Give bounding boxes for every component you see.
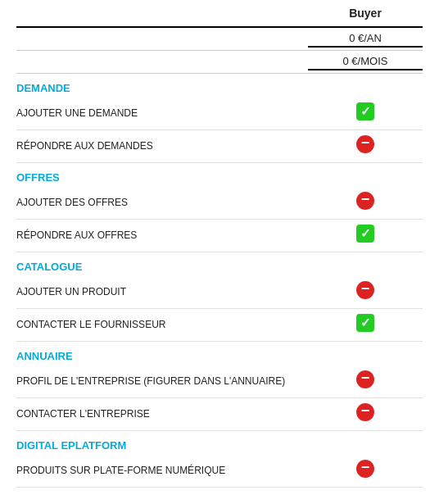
section-label-annuaire: ANNUAIRE [16,342,423,366]
feature-label: RÉPONDRE AUX OFFRES [16,229,308,243]
feature-label: PROFIL DE L'ENTREPRISE (FIGURER DANS L'A… [16,375,308,388]
block-icon [356,281,374,299]
feature-label: AJOUTER UN PRODUIT [16,285,308,299]
feature-row: AJOUTER DES OFFRES [16,187,423,220]
price-cell: 0 €/MOIS [308,53,423,70]
block-icon [356,370,374,388]
feature-label: CONTACTER L'ENTREPRISE [16,407,308,421]
block-icon [356,192,374,210]
check-icon [356,225,374,243]
check-icon [356,314,374,332]
header-row: Buyer [16,0,423,28]
block-icon [356,460,374,478]
block-icon [356,403,374,421]
feature-label: RÉPONDRE AUX DEMANDES [16,139,308,153]
feature-label: AJOUTER DES OFFRES [16,196,308,210]
price-row: 0 €/AN [16,28,423,51]
section-label-catalogue: CATALOGUE [16,252,423,276]
sections-container: DEMANDEAJOUTER UNE DEMANDERÉPONDRE AUX D… [16,74,423,488]
feature-label: CONTACTER LE FOURNISSEUR [16,318,308,332]
feature-row: PROFIL DE L'ENTREPRISE (FIGURER DANS L'A… [16,366,423,398]
price-cell: 0 €/AN [308,30,423,48]
main-container: Buyer 0 €/AN0 €/MOIS DEMANDEAJOUTER UNE … [0,0,439,488]
section-label-offres: OFFRES [16,163,423,187]
feature-row: CONTACTER L'ENTREPRISE [16,398,423,431]
feature-label: PRODUITS SUR PLATE-FORME NUMÉRIQUE [16,464,308,478]
feature-row: CONTACTER LE FOURNISSEUR [16,309,423,342]
price-row: 0 €/MOIS [16,51,423,74]
buyer-column-header: Buyer [308,0,423,23]
feature-row: AJOUTER UN PRODUIT [16,276,423,309]
feature-label: AJOUTER UNE DEMANDE [16,107,308,120]
feature-row: PRODUITS SUR PLATE-FORME NUMÉRIQUE [16,455,423,488]
check-icon [356,102,374,120]
section-label-digital-eplatform: DIGITAL ePLATFORM [16,431,423,455]
feature-row: RÉPONDRE AUX DEMANDES [16,130,423,163]
feature-row: RÉPONDRE AUX OFFRES [16,220,423,252]
feature-row: AJOUTER UNE DEMANDE [16,98,423,130]
section-label-demande: DEMANDE [16,74,423,98]
price-rows: 0 €/AN0 €/MOIS [16,28,423,74]
block-icon [356,135,374,153]
